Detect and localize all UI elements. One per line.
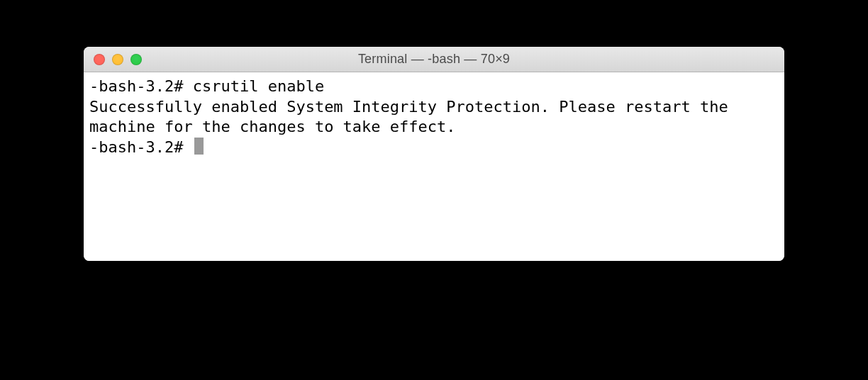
traffic-lights (94, 54, 142, 65)
shell-prompt: -bash-3.2# (89, 77, 193, 95)
close-button[interactable] (94, 54, 105, 65)
command-text: csrutil enable (193, 77, 324, 95)
minimize-button[interactable] (112, 54, 123, 65)
terminal-line: -bash-3.2# (89, 138, 779, 158)
cursor-icon (194, 138, 204, 155)
terminal-line: -bash-3.2# csrutil enable (89, 77, 779, 97)
terminal-output: Successfully enabled System Integrity Pr… (89, 97, 779, 138)
terminal-content[interactable]: -bash-3.2# csrutil enableSuccessfully en… (84, 72, 784, 261)
zoom-button[interactable] (130, 54, 142, 65)
terminal-window: Terminal — -bash — 70×9 -bash-3.2# csrut… (84, 47, 784, 261)
window-title: Terminal — -bash — 70×9 (92, 52, 776, 67)
window-titlebar[interactable]: Terminal — -bash — 70×9 (84, 47, 784, 72)
shell-prompt: -bash-3.2# (89, 138, 193, 156)
